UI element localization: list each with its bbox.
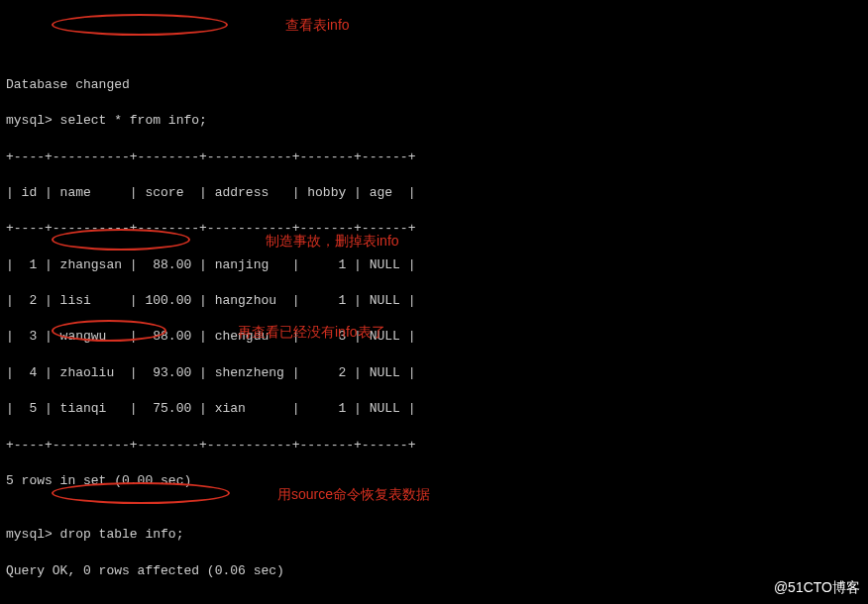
watermark: @51CTO博客 bbox=[774, 578, 860, 598]
terminal-line: | 2 | lisi | 100.00 | hangzhou | 1 | NUL… bbox=[6, 292, 862, 310]
terminal-line: +----+----------+--------+-----------+--… bbox=[6, 220, 862, 238]
annotation-text: 再查看已经没有info表了 bbox=[238, 323, 385, 343]
annotation-text: 制造事故，删掉表info bbox=[266, 232, 399, 252]
terminal-line: +----+----------+--------+-----------+--… bbox=[6, 149, 862, 166]
terminal-line: Database changed bbox=[6, 76, 862, 94]
terminal-line: mysql> select * from info; bbox=[6, 112, 862, 130]
terminal-line: | 5 | tianqi | 75.00 | xian | 1 | NULL | bbox=[6, 400, 862, 418]
terminal-line: | 1 | zhangsan | 88.00 | nanjing | 1 | N… bbox=[6, 256, 862, 274]
highlight-oval bbox=[52, 14, 228, 36]
annotation-text: 查看表info bbox=[285, 16, 350, 36]
terminal-line: mysql> drop table info; bbox=[6, 526, 862, 544]
terminal-line: | id | name | score | address | hobby | … bbox=[6, 184, 862, 202]
terminal-line: 5 rows in set (0.00 sec) bbox=[6, 472, 862, 490]
terminal-line: Query OK, 0 rows affected (0.06 sec) bbox=[6, 562, 862, 580]
terminal-line: | 3 | wangwu | 88.00 | chengdu | 3 | NUL… bbox=[6, 328, 862, 346]
annotation-text: 用source命令恢复表数据 bbox=[277, 485, 430, 505]
terminal-line: +----+----------+--------+-----------+--… bbox=[6, 437, 862, 454]
terminal-line: | 4 | zhaoliu | 93.00 | shenzheng | 2 | … bbox=[6, 364, 862, 382]
